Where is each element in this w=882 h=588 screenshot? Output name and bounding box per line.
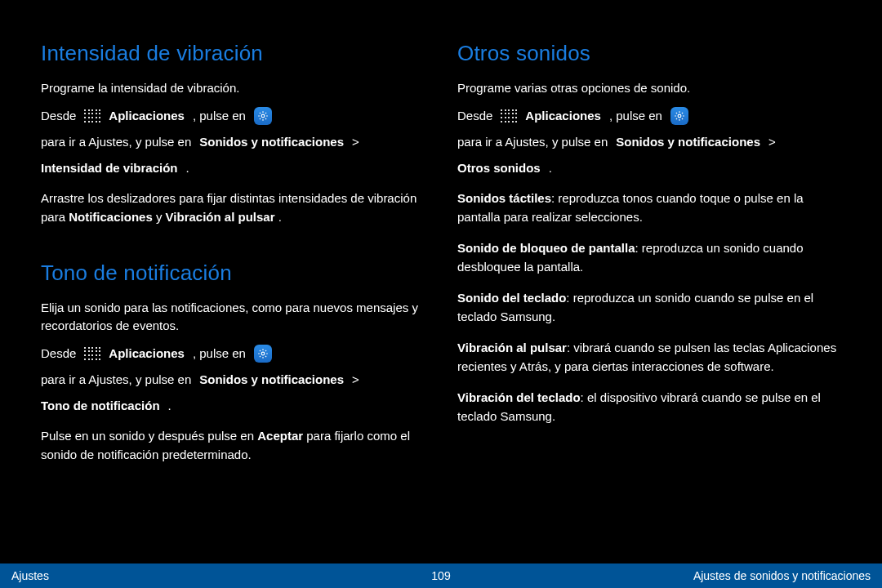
page-footer: Ajustes 109 Ajustes de sonidos y notific… [0,564,882,588]
nav-settings: para ir a Ajustes, y pulse en [41,371,191,389]
nav-sounds: Sonidos y notificaciones [199,371,344,389]
other-item-3: Sonido del teclado: reproduzca un sonido… [457,289,841,326]
footer-right: Ajustes de sonidos y notificaciones [693,569,871,582]
other-nav: Desde Aplicaciones , pulse en para ir a … [457,107,841,177]
nav-sounds: Sonidos y notificaciones [199,133,344,151]
nav-settings: para ir a Ajustes, y pulse en [41,133,191,151]
gear-icon [254,107,272,125]
nav-item: Otros sonidos [457,159,541,177]
apps-icon [84,347,100,360]
left-column: Intensidad de vibración Programe la inte… [41,41,425,555]
other-section: Otros sonidos Programe varias otras opci… [457,41,841,425]
tone-closing: Pulse en un sonido y después pulse en Ac… [41,427,425,464]
tone-intro: Elija un sonido para las notificaciones,… [41,299,425,335]
apps-icon [84,109,100,122]
vibration-desc: Arrastre los deslizadores para fijar dis… [41,189,425,226]
other-item-1: Sonidos táctiles: reproduzca tonos cuand… [457,189,841,226]
nav-sep1: , pulse en [609,107,662,125]
footer-left: Ajustes [11,569,49,582]
right-column: Otros sonidos Programe varias otras opci… [457,41,841,555]
nav-apps: Aplicaciones [525,107,601,125]
nav-prefix: Desde [41,107,76,125]
other-intro: Programe varias otras opciones de sonido… [457,79,841,97]
footer-page-number: 109 [431,569,450,582]
svg-point-1 [261,352,265,355]
apps-icon [501,109,517,122]
other-heading: Otros sonidos [457,41,841,66]
nav-prefix: Desde [457,107,492,125]
other-item-4: Vibración al pulsar: vibrará cuando se p… [457,339,841,376]
nav-sep2: > [352,133,359,151]
nav-sep2: > [768,133,776,151]
tone-section: Tono de notificación Elija un sonido par… [41,261,425,464]
tone-nav: Desde Aplicaciones , pulse en para ir a … [41,345,425,415]
nav-item: Intensidad de vibración [41,159,178,177]
nav-prefix: Desde [41,345,76,363]
tone-heading: Tono de notificación [41,261,425,286]
nav-apps: Aplicaciones [109,345,185,363]
gear-icon [254,345,272,363]
nav-sep1: , pulse en [193,107,246,125]
svg-point-0 [261,114,265,118]
nav-settings: para ir a Ajustes, y pulse en [457,133,608,151]
other-item-2: Sonido de bloqueo de pantalla: reproduzc… [457,239,841,276]
vibration-heading: Intensidad de vibración [41,41,425,66]
nav-sep2: > [352,371,359,389]
nav-apps: Aplicaciones [109,107,185,125]
gear-icon [670,107,688,125]
vibration-intro: Programe la intensidad de vibración. [41,79,425,97]
other-item-5: Vibración del teclado: el dispositivo vi… [457,389,841,425]
vibration-section: Intensidad de vibración Programe la inte… [41,41,425,226]
nav-item: Tono de notificación [41,397,160,415]
nav-sounds: Sonidos y notificaciones [616,133,760,151]
svg-point-2 [678,114,681,118]
vibration-nav: Desde Aplicaciones , pulse en para ir a … [41,107,425,177]
nav-sep1: , pulse en [193,345,246,363]
